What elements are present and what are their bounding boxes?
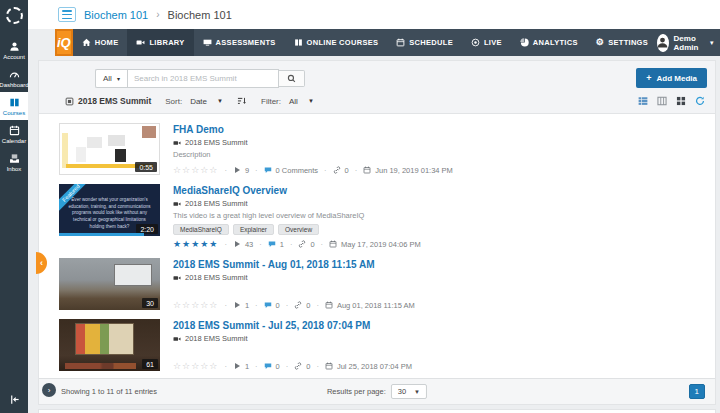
sort-direction-icon[interactable]: [237, 96, 247, 106]
play-icon: [233, 240, 241, 248]
refresh-icon[interactable]: [695, 96, 705, 106]
star-rating[interactable]: ★★★★★: [173, 239, 218, 249]
expand-panel-button[interactable]: ›: [42, 383, 56, 397]
per-page-select[interactable]: 30 ▼: [391, 384, 427, 399]
sort-select[interactable]: Date▼: [188, 97, 225, 106]
tag-pill[interactable]: Overview: [278, 224, 319, 235]
page-1-button[interactable]: 1: [689, 384, 705, 399]
media-stats: ☆☆☆☆☆·9·0 Comments·0·Jun 19, 2019 01:34 …: [173, 165, 453, 175]
nav-item-online-courses[interactable]: ONLINE COURSES: [285, 29, 388, 56]
collection-label: 2018 EMS Summit: [65, 96, 151, 106]
per-page-label: Results per page:: [327, 387, 386, 396]
link-count: 0: [306, 301, 310, 310]
media-title-link[interactable]: 2018 EMS Summit - Aug 01, 2018 11:15 AM: [173, 259, 415, 270]
sidebar-item-label: Dashboard: [0, 82, 29, 88]
tag-pill[interactable]: Explainer: [233, 224, 274, 235]
nav-item-analytics[interactable]: ANALYTICS: [511, 29, 587, 56]
media-item: 0:55FHA Demo2018 EMS SummitDescription☆☆…: [39, 119, 715, 180]
sidebar-item-calendar[interactable]: Calendar: [0, 120, 28, 148]
user-menu[interactable]: Demo Admin ▾: [657, 29, 720, 56]
app-navbar: iQ HOMELIBRARYASSESSMENTSONLINE COURSESS…: [55, 29, 720, 56]
media-details: FHA Demo2018 EMS SummitDescription☆☆☆☆☆·…: [173, 123, 453, 175]
search-scope-select[interactable]: All ▾: [95, 69, 127, 88]
media-channel: 2018 EMS Summit: [173, 138, 453, 147]
media-item: 302018 EMS Summit - Aug 01, 2018 11:15 A…: [39, 254, 715, 315]
nav-item-label: SCHEDULE: [409, 38, 453, 47]
media-title-link[interactable]: 2018 EMS Summit - Jul 25, 2018 07:04 PM: [173, 320, 412, 331]
home-icon: [82, 38, 91, 47]
media-title-link[interactable]: MediaShareIQ Overview: [173, 185, 421, 196]
media-title-link[interactable]: FHA Demo: [173, 124, 453, 135]
play-icon: [233, 301, 241, 309]
caret-down-icon: ▼: [308, 98, 314, 104]
link-icon: [294, 362, 302, 370]
media-date: May 17, 2019 04:06 PM: [341, 240, 421, 249]
main-area: Biochem 101 › Biochem 101 iQ HOMELIBRARY…: [28, 0, 720, 413]
calendar-icon: [325, 301, 333, 309]
video-thumbnail[interactable]: 0:55: [59, 123, 160, 175]
media-stats: ☆☆☆☆☆·1·0·0·Aug 01, 2018 11:15 AM: [173, 300, 415, 310]
user-icon: [9, 41, 20, 52]
results-per-page: Results per page: 30 ▼: [327, 384, 427, 399]
filter-label: Filter:: [261, 97, 281, 106]
star-rating[interactable]: ☆☆☆☆☆: [173, 165, 218, 175]
canvas-logo-icon[interactable]: [6, 7, 23, 24]
nav-item-live[interactable]: LIVE: [462, 29, 511, 56]
star-rating[interactable]: ☆☆☆☆☆: [173, 300, 218, 310]
media-stats: ☆☆☆☆☆·1·0·0·Jul 25, 2018 07:04 PM: [173, 361, 412, 371]
nav-item-label: SETTINGS: [608, 38, 648, 47]
sidebar-item-label: Account: [3, 54, 25, 60]
library-panel: All ▾ + Add Media 2018 EMS Summit Sort: …: [38, 60, 716, 405]
link-count: 0: [306, 362, 310, 371]
comment-icon: [268, 240, 276, 248]
video-thumbnail[interactable]: 30: [59, 258, 160, 310]
search-input[interactable]: [127, 69, 279, 88]
play-count: 43: [245, 240, 253, 249]
pagination-bar: › Showing 1 to 11 of 11 entries Results …: [39, 378, 715, 404]
tag-list: MediaShareIQExplainerOverview: [173, 224, 421, 235]
global-sidebar: AccountDashboardCoursesCalendarInbox: [0, 0, 28, 413]
search-button[interactable]: [279, 70, 305, 87]
media-description: Description: [173, 150, 453, 159]
grid-view-icon[interactable]: [676, 96, 686, 106]
sidebar-item-courses[interactable]: Courses: [0, 92, 28, 120]
sidebar-item-account[interactable]: Account: [0, 36, 28, 64]
media-date: Aug 01, 2018 11:15 AM: [337, 301, 415, 310]
add-media-button[interactable]: + Add Media: [636, 68, 707, 88]
media-date: Jul 25, 2018 07:04 PM: [337, 362, 412, 371]
nav-item-assessments[interactable]: ASSESSMENTS: [194, 29, 285, 56]
user-icon: [657, 36, 669, 49]
breadcrumb-separator: ›: [156, 9, 159, 20]
collapse-sidebar-icon[interactable]: [9, 394, 20, 405]
sidebar-item-dashboard[interactable]: Dashboard: [0, 64, 28, 92]
book-icon: [294, 38, 303, 47]
search-icon: [287, 74, 296, 83]
sidebar-items: AccountDashboardCoursesCalendarInbox: [0, 36, 28, 176]
video-thumbnail[interactable]: FeaturedEver wonder what your organizati…: [59, 184, 160, 236]
iq-logo[interactable]: iQ: [55, 29, 73, 56]
book-icon: [9, 97, 20, 108]
comment-count: 1: [280, 240, 284, 249]
list-view-icon[interactable]: [638, 96, 648, 106]
calendar-icon: [396, 38, 405, 47]
nav-item-settings[interactable]: ⚙SETTINGS: [587, 29, 657, 56]
media-list: 0:55FHA Demo2018 EMS SummitDescription☆☆…: [39, 113, 715, 378]
filter-select[interactable]: All▼: [287, 97, 316, 106]
nav-item-label: LIBRARY: [149, 38, 184, 47]
gauge-icon: [9, 69, 20, 80]
tag-pill[interactable]: MediaShareIQ: [173, 224, 229, 235]
media-item: FeaturedEver wonder what your organizati…: [39, 180, 715, 254]
course-menu-icon[interactable]: [58, 7, 76, 22]
nav-item-library[interactable]: LIBRARY: [127, 29, 193, 56]
media-details: 2018 EMS Summit - Aug 01, 2018 11:15 AM2…: [173, 258, 415, 310]
breadcrumb-course[interactable]: Biochem 101: [84, 9, 148, 21]
nav-item-home[interactable]: HOME: [73, 29, 128, 56]
nav-item-schedule[interactable]: SCHEDULE: [387, 29, 462, 56]
user-name: Demo Admin: [674, 34, 705, 52]
table-view-icon[interactable]: [657, 96, 667, 106]
nav-item-label: ONLINE COURSES: [307, 38, 379, 47]
video-thumbnail[interactable]: 61: [59, 319, 160, 371]
sidebar-item-inbox[interactable]: Inbox: [0, 148, 28, 176]
search-bar: All ▾ + Add Media: [39, 61, 715, 95]
star-rating[interactable]: ☆☆☆☆☆: [173, 361, 218, 371]
